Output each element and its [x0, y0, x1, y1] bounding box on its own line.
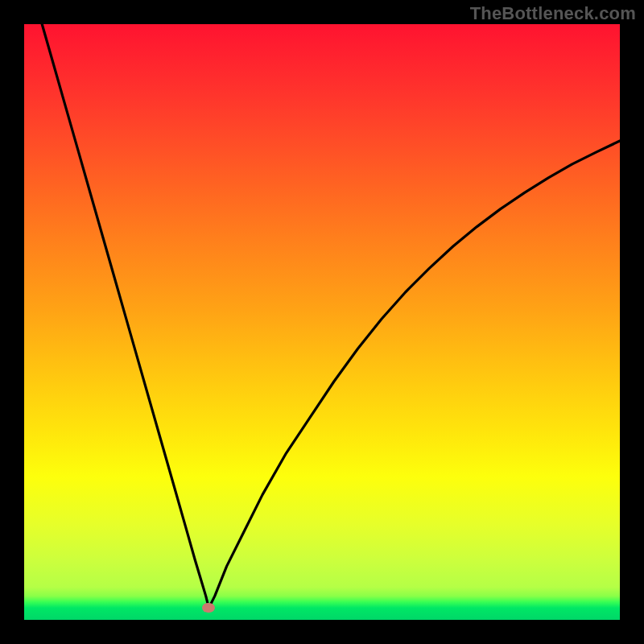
curve-svg: [24, 24, 620, 620]
bottleneck-curve: [42, 24, 620, 608]
optimum-marker: [202, 603, 215, 613]
watermark-text: TheBottleneck.com: [470, 3, 636, 24]
plot-area: [24, 24, 620, 620]
chart-frame: TheBottleneck.com: [0, 0, 644, 644]
